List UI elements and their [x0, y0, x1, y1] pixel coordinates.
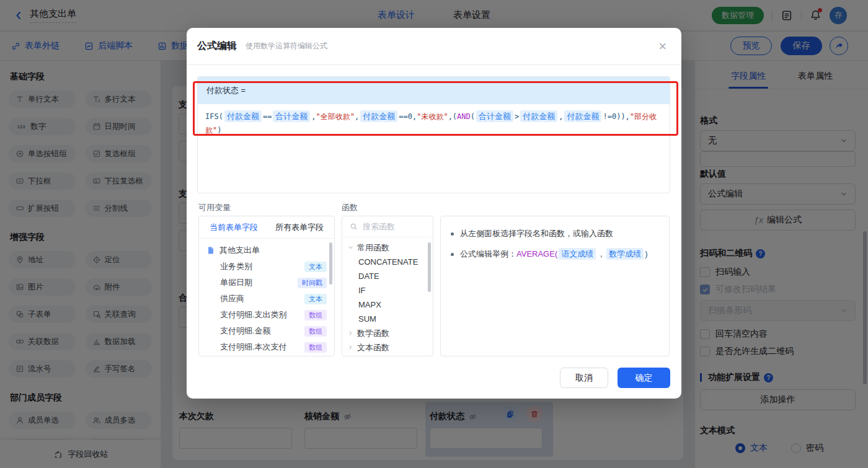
field-token[interactable]: 付款金额	[224, 110, 262, 122]
field-token[interactable]: 付款金额	[564, 110, 601, 122]
function-group[interactable]: 文本函数	[342, 340, 433, 355]
modal-title: 公式编辑	[197, 40, 237, 53]
field-token[interactable]: 合计金额	[476, 110, 513, 122]
tree-item[interactable]: 支付明细.金额数组	[199, 323, 334, 339]
formula-expression[interactable]: IFS(付款金额==合计金额,"全部收款",付款金额==0,"未收款",(AND…	[198, 104, 670, 143]
variables-tab-0[interactable]: 当前表单字段	[210, 222, 258, 233]
close-icon[interactable]: ×	[658, 40, 666, 53]
functions-label: 函数	[342, 202, 358, 213]
function-group[interactable]: 常用函数	[342, 241, 433, 255]
tree-item[interactable]: 业务类别文本	[199, 258, 334, 275]
type-tag: 数组	[304, 342, 327, 353]
function-item[interactable]: CONCATENATE	[342, 255, 433, 269]
tree-item[interactable]: 单据日期时间戳	[199, 275, 334, 291]
tree-item[interactable]: 支付明细.支出类别数组	[199, 307, 334, 323]
variables-tab-1[interactable]: 所有表单字段	[275, 222, 324, 233]
tip-line: 从左侧面板选择字段名和函数，或输入函数	[451, 227, 659, 240]
formula-edit-modal: 公式编辑 使用数学运算符编辑公式 × 付款状态 = IFS(付款金额==合计金额…	[187, 28, 681, 399]
tip-example-line: 公式编辑举例：AVERAGE(语文成绩，数学成绩)	[451, 248, 659, 260]
search-placeholder: 搜索函数	[363, 221, 395, 232]
chevron-right-icon	[347, 344, 354, 351]
tree-item[interactable]: 支付明细.本次支付数组	[199, 339, 334, 355]
type-tag: 文本	[304, 262, 327, 272]
function-item[interactable]: IF	[342, 283, 433, 298]
formula-editor[interactable]: 付款状态 = IFS(付款金额==合计金额,"全部收款",付款金额==0,"未收…	[197, 76, 670, 193]
type-tag: 数组	[304, 310, 327, 320]
variables-panel: 当前表单字段所有表单字段 其他支出单业务类别文本单据日期时间戳供应商文本支付明细…	[198, 216, 335, 356]
tree-item[interactable]: 供应商文本	[199, 291, 334, 307]
variables-label: 可用变量	[198, 202, 231, 213]
function-search[interactable]: 搜索函数	[342, 216, 433, 237]
field-token[interactable]: 付款金额	[520, 110, 557, 122]
type-tag: 数组	[304, 326, 327, 337]
cancel-button[interactable]: 取消	[560, 368, 608, 388]
search-icon	[350, 223, 358, 231]
function-item[interactable]: SUM	[342, 312, 433, 326]
field-token[interactable]: 合计金额	[273, 110, 310, 122]
chevron-right-icon	[347, 330, 354, 337]
modal-subtitle: 使用数学运算符编辑公式	[246, 41, 327, 51]
type-tag: 时间戳	[298, 278, 327, 288]
tips-panel: 从左侧面板选择字段名和函数，或输入函数 公式编辑举例：AVERAGE(语文成绩，…	[440, 216, 670, 356]
variables-scrollbar[interactable]	[329, 242, 332, 285]
tree-root[interactable]: 其他支出单	[199, 242, 334, 258]
formula-target-line: 付款状态 =	[198, 77, 670, 104]
confirm-button[interactable]: 确定	[618, 368, 670, 388]
function-item[interactable]: MAPX	[342, 298, 433, 312]
type-tag: 文本	[304, 294, 327, 304]
functions-panel: 搜索函数 常用函数CONCATENATEDATEIFMAPXSUM数学函数文本函…	[342, 216, 433, 356]
functions-scrollbar[interactable]	[428, 242, 431, 292]
file-icon	[206, 246, 215, 255]
chevron-down-icon	[347, 244, 354, 251]
function-item[interactable]: DATE	[342, 269, 433, 283]
field-token[interactable]: 付款金额	[360, 110, 397, 122]
function-group[interactable]: 数学函数	[342, 326, 433, 340]
